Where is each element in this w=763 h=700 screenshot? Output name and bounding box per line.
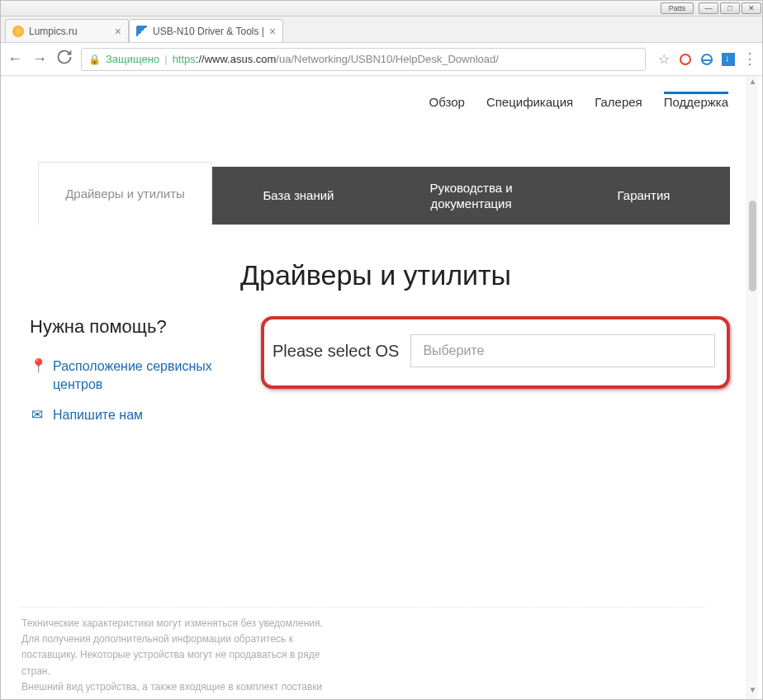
window-minimize-button[interactable]: —: [699, 2, 718, 14]
nav-overview[interactable]: Обзор: [429, 92, 465, 109]
scroll-down-icon[interactable]: ▼: [747, 685, 758, 700]
nav-gallery[interactable]: Галерея: [595, 92, 642, 109]
vertical-scrollbar[interactable]: ▲ ▼: [746, 77, 758, 700]
window-patts-button[interactable]: Patts: [661, 2, 694, 14]
support-tabs: Драйверы и утилиты База знаний Руководст…: [38, 167, 730, 225]
browser-tabs: Lumpics.ru × USB-N10 Driver & Tools | ×: [0, 17, 763, 43]
help-link-contact[interactable]: ✉ Напишите нам: [30, 406, 261, 425]
os-select-highlight: Please select OS Выберите: [261, 316, 730, 389]
browser-tab-lumpics[interactable]: Lumpics.ru ×: [5, 19, 129, 42]
scroll-up-icon[interactable]: ▲: [747, 77, 758, 92]
extension-opera-icon[interactable]: [679, 53, 692, 66]
favicon-icon: [12, 26, 24, 37]
extension-globe-icon[interactable]: [700, 53, 713, 66]
mail-icon: ✉: [30, 406, 45, 425]
page-content: Обзор Спецификация Галерея Поддержка Дра…: [13, 77, 738, 700]
os-select-dropdown[interactable]: Выберите: [410, 334, 715, 367]
url-text: https://www.asus.com/ua/Networking/USBN1…: [173, 53, 499, 65]
support-tab-knowledge[interactable]: База знаний: [212, 167, 385, 225]
lock-icon: 🔒: [88, 54, 101, 65]
footer-disclaimer: Технические характеристики могут изменят…: [21, 607, 705, 695]
toolbar-right: ☆ ⋮: [654, 53, 756, 66]
favicon-icon: [136, 26, 148, 37]
help-link-service-centers[interactable]: 📍 Расположение сервисных центров: [30, 357, 261, 393]
window-maximize-button[interactable]: □: [720, 2, 740, 14]
help-title: Нужна помощь?: [30, 316, 261, 338]
page-viewport: Обзор Спецификация Галерея Поддержка Дра…: [0, 76, 763, 700]
support-tab-manuals[interactable]: Руководства и документация: [385, 167, 557, 225]
help-column: Нужна помощь? 📍 Расположение сервисных ц…: [21, 316, 261, 438]
os-select-column: Please select OS Выберите: [261, 316, 730, 389]
back-button[interactable]: ←: [7, 50, 23, 68]
help-link-label: Напишите нам: [53, 406, 143, 424]
browser-tab-asus[interactable]: USB-N10 Driver & Tools | ×: [129, 19, 283, 42]
help-link-label: Расположение сервисных центров: [53, 357, 261, 393]
separator: |: [164, 53, 167, 65]
nav-spec[interactable]: Спецификация: [486, 92, 573, 109]
close-icon[interactable]: ×: [115, 26, 121, 37]
page-headline: Драйверы и утилиты: [13, 259, 738, 291]
tab-title: Lumpics.ru: [29, 26, 110, 37]
secure-label: Защищено: [106, 53, 159, 65]
os-select-placeholder: Выберите: [423, 343, 484, 358]
product-nav: Обзор Спецификация Галерея Поддержка: [13, 77, 738, 117]
bookmark-star-icon[interactable]: ☆: [657, 53, 671, 66]
tab-title: USB-N10 Driver & Tools |: [153, 26, 264, 37]
address-bar-row: ← → 🔒 Защищено | https://www.asus.com/ua…: [0, 43, 763, 76]
os-select-label: Please select OS: [272, 342, 399, 361]
support-tab-warranty[interactable]: Гарантия: [557, 167, 730, 225]
pin-icon: 📍: [30, 357, 45, 376]
nav-support[interactable]: Поддержка: [664, 92, 728, 109]
reload-button[interactable]: [56, 49, 73, 69]
scroll-thumb[interactable]: [749, 201, 756, 291]
close-icon[interactable]: ×: [269, 26, 276, 37]
content-row: Нужна помощь? 📍 Расположение сервисных ц…: [13, 316, 738, 438]
extension-download-icon[interactable]: [722, 53, 735, 66]
forward-button[interactable]: →: [31, 50, 48, 68]
window-close-button[interactable]: ✕: [742, 2, 761, 14]
url-bar[interactable]: 🔒 Защищено | https://www.asus.com/ua/Net…: [81, 48, 646, 71]
window-titlebar: Patts — □ ✕: [0, 0, 763, 17]
support-tab-drivers[interactable]: Драйверы и утилиты: [38, 162, 212, 225]
browser-menu-button[interactable]: ⋮: [743, 53, 756, 66]
